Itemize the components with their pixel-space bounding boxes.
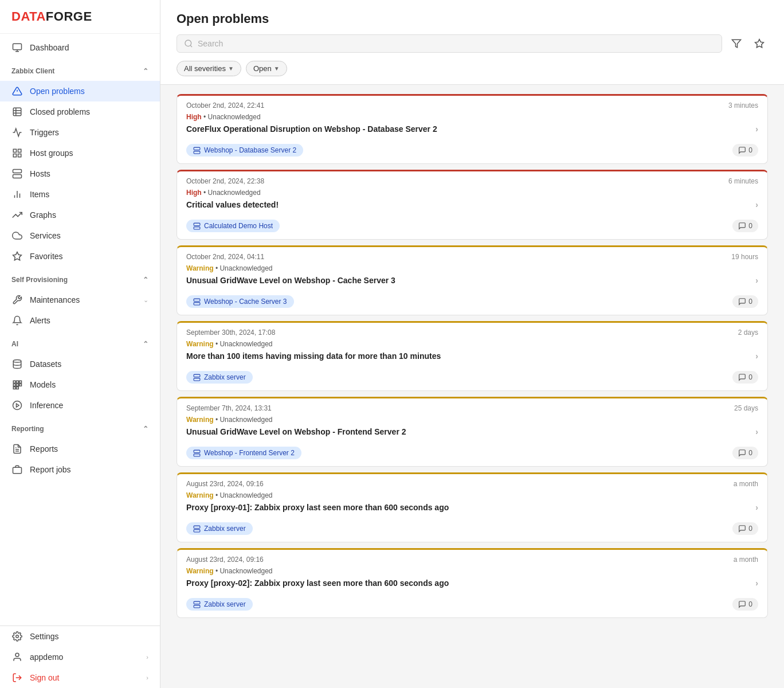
sidebar-item-hosts[interactable]: Hosts [0, 163, 160, 184]
sidebar-item-host-groups[interactable]: Host groups [0, 143, 160, 163]
section-label: Self Provisioning [11, 276, 68, 284]
severity-label: Warning [186, 567, 214, 575]
comment-badge[interactable]: 0 [732, 371, 758, 384]
play-circle-icon [11, 400, 23, 411]
section-label: Reporting [11, 425, 44, 433]
problem-footer: Zabbix server 0 [177, 518, 767, 542]
star-icon [11, 251, 23, 262]
sidebar-item-report-jobs[interactable]: Report jobs [0, 459, 160, 480]
status-filter[interactable]: Open ▼ [246, 61, 287, 76]
sidebar-item-maintenances[interactable]: Maintenances ⌄ [0, 290, 160, 310]
logo-forge: FORGE [46, 9, 92, 24]
acknowledged-label: • Unacknowledged [215, 340, 273, 348]
acknowledged-label: • Unacknowledged [215, 416, 273, 424]
section-label: Zabbix Client [11, 67, 54, 75]
star-button[interactable] [751, 35, 768, 52]
top-nav: Dashboard [0, 34, 160, 61]
sidebar-item-services[interactable]: Services [0, 225, 160, 246]
comment-badge[interactable]: 0 [732, 220, 758, 232]
sidebar-item-closed-problems[interactable]: Closed problems [0, 101, 160, 122]
host-tag[interactable]: Zabbix server [186, 598, 253, 611]
sidebar-item-open-problems[interactable]: Open problems [0, 81, 160, 101]
svg-rect-29 [17, 387, 19, 389]
sidebar-item-sign-out[interactable]: Sign out › [0, 667, 160, 688]
comment-count: 0 [748, 600, 752, 608]
severity-filter[interactable]: All severities ▼ [177, 61, 241, 76]
comment-badge[interactable]: 0 [732, 295, 758, 308]
svg-line-39 [190, 45, 192, 47]
sidebar-item-items[interactable]: Items [0, 184, 160, 205]
search-input[interactable] [198, 39, 715, 48]
svg-point-30 [13, 401, 22, 410]
filter-label: All severities [184, 64, 226, 73]
svg-rect-67 [194, 605, 200, 607]
section-reporting[interactable]: Reporting ⌃ [0, 419, 160, 435]
svg-point-21 [13, 360, 21, 363]
svg-rect-5 [13, 108, 21, 116]
host-tag[interactable]: Zabbix server [186, 522, 253, 535]
comment-badge[interactable]: 0 [732, 598, 758, 611]
self-provisioning-nav: Maintenances ⌄ Alerts [0, 286, 160, 334]
svg-rect-27 [19, 384, 22, 386]
section-ai[interactable]: AI ⌃ [0, 334, 160, 350]
problem-footer: Zabbix server 0 [177, 366, 767, 390]
svg-rect-12 [18, 154, 21, 157]
section-zabbix-client[interactable]: Zabbix Client ⌃ [0, 61, 160, 77]
problem-title[interactable]: Proxy [proxy-01]: Zabbix proxy last seen… [177, 502, 767, 518]
svg-rect-42 [194, 147, 200, 150]
comment-count: 0 [748, 222, 752, 230]
server-icon [193, 374, 201, 381]
user-icon [11, 651, 23, 663]
reporting-nav: Reports Report jobs [0, 435, 160, 483]
problem-title[interactable]: Unusual GridWave Level on Webshop - Cach… [177, 275, 767, 291]
filter-button[interactable] [728, 35, 745, 52]
sidebar-item-label: Dashboard [30, 43, 69, 52]
briefcase-icon [11, 464, 23, 475]
table-icon [11, 106, 23, 118]
host-tag[interactable]: Calculated Demo Host [186, 220, 280, 232]
sidebar-item-favorites[interactable]: Favorites [0, 246, 160, 267]
server-icon [193, 222, 201, 230]
problem-title[interactable]: CoreFlux Operational Disruption on Websh… [177, 123, 767, 139]
sidebar-item-label: Services [30, 231, 61, 240]
chevron-right-icon: › [755, 124, 758, 134]
section-self-provisioning[interactable]: Self Provisioning ⌃ [0, 270, 160, 286]
svg-rect-50 [194, 299, 200, 301]
problem-date: September 30th, 2024, 17:08 [186, 329, 275, 337]
comment-count: 0 [748, 373, 752, 381]
comment-badge[interactable]: 0 [732, 522, 758, 535]
comment-badge[interactable]: 0 [732, 447, 758, 459]
problem-title[interactable]: Critical values detected! › [177, 199, 767, 215]
problem-card: September 7th, 2024, 13:31 25 days Warni… [177, 397, 768, 467]
sidebar-item-datasets[interactable]: Datasets [0, 354, 160, 374]
svg-marker-41 [755, 40, 764, 48]
sidebar-item-label: Reports [30, 444, 58, 454]
host-tag[interactable]: Zabbix server [186, 371, 253, 384]
sidebar-item-inference[interactable]: Inference [0, 395, 160, 416]
host-tag[interactable]: Webshop - Cache Server 3 [186, 295, 294, 308]
chevron-right-icon: › [755, 351, 758, 361]
sidebar-item-models[interactable]: Models [0, 374, 160, 395]
sidebar-item-settings[interactable]: Settings [0, 626, 160, 647]
activity-icon [11, 127, 23, 138]
sidebar-item-alerts[interactable]: Alerts [0, 310, 160, 331]
host-tag[interactable]: Webshop - Frontend Server 2 [186, 447, 301, 459]
sidebar-item-triggers[interactable]: Triggers [0, 122, 160, 143]
sidebar-item-dashboard[interactable]: Dashboard [0, 37, 160, 58]
problem-card: October 2nd, 2024, 04:11 19 hours Warnin… [177, 245, 768, 315]
comment-icon [738, 525, 746, 533]
host-tag[interactable]: Webshop - Database Server 2 [186, 144, 303, 157]
chevron-up-icon: ⌃ [143, 425, 148, 433]
problem-title[interactable]: More than 100 items having missing data … [177, 350, 767, 366]
main-content: Open problems All severities [160, 0, 784, 688]
sidebar-item-reports[interactable]: Reports [0, 439, 160, 459]
comment-count: 0 [748, 449, 752, 457]
sidebar-item-graphs[interactable]: Graphs [0, 205, 160, 225]
problem-title[interactable]: Unusual GridWave Level on Webshop - Fron… [177, 426, 767, 442]
problem-age: 25 days [734, 404, 758, 412]
comment-badge[interactable]: 0 [732, 144, 758, 157]
problem-title[interactable]: Proxy [proxy-02]: Zabbix proxy last seen… [177, 577, 767, 593]
sidebar-item-appdemo[interactable]: appdemo › [0, 647, 160, 667]
svg-rect-22 [13, 381, 15, 383]
problem-severity-row: Warning • Unacknowledged [177, 339, 767, 350]
